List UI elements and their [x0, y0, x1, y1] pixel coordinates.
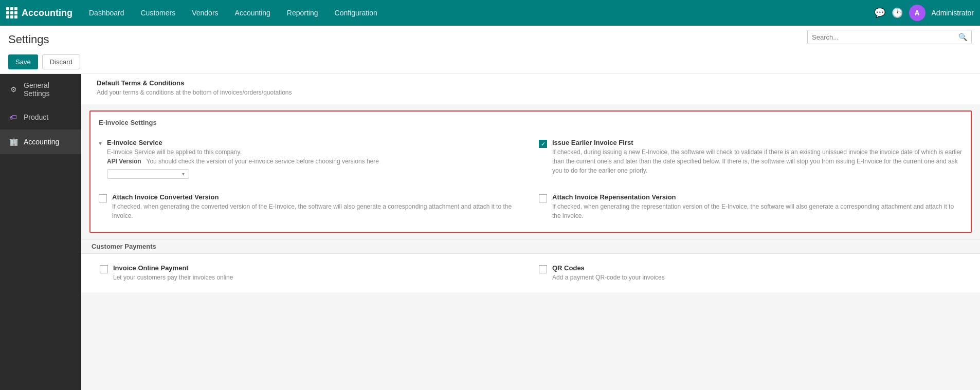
default-terms-title: Default Terms & Conditions: [97, 79, 970, 87]
qr-codes-title: QR Codes: [552, 264, 961, 272]
topnav-right: 💬 🕐 A Administrator: [874, 5, 974, 21]
sidebar-label-accounting: Accounting: [24, 138, 59, 146]
einvoice-row-2: Attach Invoice Converted Version If chec…: [90, 186, 971, 228]
main-layout: ⚙ General Settings 🏷 Product 🏢 Accountin…: [0, 74, 980, 390]
tag-icon: 🏷: [8, 112, 19, 122]
issue-earlier-description: If checked, during issuing a new E-Invoi…: [552, 147, 963, 175]
qr-codes-cell: QR Codes Add a payment QR-code to your i…: [531, 259, 970, 287]
top-navigation: Accounting Dashboard Customers Vendors A…: [0, 0, 980, 26]
einvoice-service-title: E-Invoice Service: [107, 139, 522, 146]
expand-arrow-icon[interactable]: ▾: [99, 140, 102, 147]
issue-earlier-content: Issue Earlier Invoice First If checked, …: [552, 139, 963, 175]
qr-codes-content: QR Codes Add a payment QR-code to your i…: [552, 264, 961, 282]
api-version-note: You should check the version of your e-i…: [144, 158, 379, 165]
sidebar-item-general-settings[interactable]: ⚙ General Settings: [0, 74, 81, 105]
issue-earlier-title: Issue Earlier Invoice First: [552, 139, 963, 146]
attach-representation-checkbox[interactable]: [539, 194, 547, 202]
invoice-online-checkbox[interactable]: [100, 265, 108, 273]
invoice-online-content: Invoice Online Payment Let your customer…: [113, 264, 522, 282]
chat-icon-button[interactable]: 💬: [874, 7, 885, 18]
nav-accounting[interactable]: Accounting: [227, 0, 279, 26]
api-version-dropdown[interactable]: ▾: [107, 169, 189, 179]
einvoice-service-description: E-Invoice Service will be applied to thi…: [107, 147, 522, 157]
qr-codes-checkbox[interactable]: [539, 265, 547, 273]
einvoice-service-cell: ▾ E-Invoice Service E-Invoice Service wi…: [90, 134, 531, 184]
app-brand[interactable]: Accounting: [6, 7, 72, 18]
customer-payments-header: Customer Payments: [81, 239, 980, 254]
sidebar-item-product[interactable]: 🏷 Product: [0, 105, 81, 129]
sidebar-label-product: Product: [24, 113, 48, 121]
einvoice-row-1: ▾ E-Invoice Service E-Invoice Service wi…: [90, 132, 971, 186]
default-terms-section: Default Terms & Conditions Add your term…: [81, 74, 980, 104]
issue-earlier-checkbox[interactable]: ✓: [539, 140, 547, 148]
sidebar-label-general-settings: General Settings: [24, 81, 73, 98]
grid-icon: [6, 7, 17, 18]
invoice-online-description: Let your customers pay their invoices on…: [113, 273, 522, 282]
sidebar: ⚙ General Settings 🏷 Product 🏢 Accountin…: [0, 74, 81, 390]
attach-converted-description: If checked, when generating the converte…: [112, 202, 522, 220]
default-terms-content: Default Terms & Conditions Add your term…: [97, 79, 970, 97]
invoice-online-title: Invoice Online Payment: [113, 264, 522, 272]
save-button[interactable]: Save: [8, 54, 38, 69]
action-bar: Save Discard: [0, 50, 980, 74]
customer-payments-title: Customer Payments: [92, 243, 156, 250]
nav-customers[interactable]: Customers: [133, 0, 184, 26]
einvoice-service-api-note: API Version You should check the version…: [107, 157, 522, 166]
discard-button[interactable]: Discard: [42, 54, 80, 69]
issue-earlier-cell: ✓ Issue Earlier Invoice First If checked…: [531, 134, 971, 184]
attach-converted-cell: Attach Invoice Converted Version If chec…: [90, 188, 531, 226]
nav-vendors[interactable]: Vendors: [184, 0, 226, 26]
search-icon: 🔍: [958, 33, 967, 41]
einvoice-section-title: E-Invoice Settings: [90, 116, 971, 132]
avatar: A: [909, 5, 925, 21]
sidebar-item-accounting[interactable]: 🏢 Accounting: [0, 129, 81, 154]
einvoice-settings-box: E-Invoice Settings ▾ E-Invoice Service E…: [89, 110, 972, 233]
username-label: Administrator: [932, 9, 974, 17]
nav-reporting[interactable]: Reporting: [279, 0, 326, 26]
nav-configuration[interactable]: Configuration: [326, 0, 386, 26]
attach-representation-title: Attach Invoice Repensentation Version: [552, 193, 963, 201]
search-input[interactable]: [812, 33, 958, 41]
building-icon: 🏢: [8, 137, 19, 147]
customer-payments-section: Invoice Online Payment Let your customer…: [81, 254, 980, 292]
api-version-label: API Version: [107, 158, 141, 165]
app-name: Accounting: [22, 8, 72, 18]
attach-representation-description: If checked, when generating the represen…: [552, 202, 963, 220]
gear-icon: ⚙: [8, 84, 19, 95]
attach-representation-content: Attach Invoice Repensentation Version If…: [552, 193, 963, 220]
einvoice-service-content: E-Invoice Service E-Invoice Service will…: [107, 139, 522, 179]
content-area: Default Terms & Conditions Add your term…: [81, 74, 980, 390]
clock-icon-button[interactable]: 🕐: [892, 7, 903, 18]
invoice-online-cell: Invoice Online Payment Let your customer…: [92, 259, 531, 287]
default-terms-description: Add your terms & conditions at the botto…: [97, 88, 970, 97]
chevron-down-icon: ▾: [182, 171, 185, 177]
search-bar[interactable]: 🔍: [807, 30, 972, 44]
top-menu: Dashboard Customers Vendors Accounting R…: [81, 0, 874, 26]
qr-codes-description: Add a payment QR-code to your invoices: [552, 273, 961, 282]
attach-converted-checkbox[interactable]: [99, 194, 107, 202]
attach-converted-content: Attach Invoice Converted Version If chec…: [112, 193, 522, 220]
attach-converted-title: Attach Invoice Converted Version: [112, 193, 522, 201]
attach-representation-cell: Attach Invoice Repensentation Version If…: [531, 188, 971, 226]
nav-dashboard[interactable]: Dashboard: [81, 0, 133, 26]
settings-header-bar: Settings 🔍 Save Discard: [0, 26, 980, 74]
